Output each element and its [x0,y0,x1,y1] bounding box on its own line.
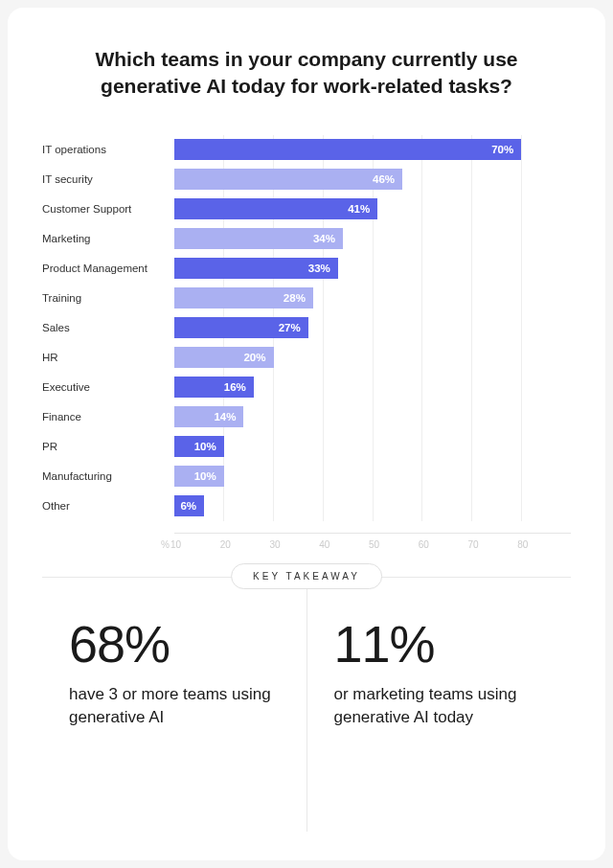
bar: 33% [174,258,338,279]
x-tick: 30 [270,539,320,550]
bar: 70% [174,139,521,160]
y-label: Training [42,284,174,313]
y-axis-labels: IT operationsIT securityCustomer Support… [42,135,174,521]
bars-container: 70%46%41%34%33%28%27%20%16%14%10%10%6% [174,135,571,521]
x-axis: % 1020304050607080 [174,533,571,550]
bar-row: 28% [174,284,571,313]
x-tick: 20 [220,539,270,550]
takeaway-grid: 68% have 3 or more teams using generativ… [42,577,571,832]
y-label: Other [42,491,174,521]
x-tick: 60 [419,539,468,550]
bar: 14% [174,406,243,427]
y-label: Sales [42,313,174,343]
bar: 46% [174,169,402,190]
x-axis-unit: % [161,539,170,550]
bar-row: 10% [174,462,571,491]
y-label: IT security [42,165,174,194]
bar-row: 14% [174,402,571,432]
bar-row: 46% [174,165,571,194]
bar-row: 70% [174,135,571,165]
bar-row: 10% [174,432,571,462]
x-tick: 80 [517,539,567,550]
bar-row: 34% [174,224,571,254]
bar-row: 41% [174,194,571,224]
x-tick: 50 [369,539,419,550]
takeaway-left-number: 68% [69,618,287,670]
y-label: Finance [42,402,174,432]
y-label: Manufacturing [42,462,174,491]
takeaway-right-text: or marketing teams using generative AI t… [334,683,553,730]
bar-row: 6% [174,491,571,521]
takeaway-left-text: have 3 or more teams using generative AI [69,683,287,730]
bars: 70%46%41%34%33%28%27%20%16%14%10%10%6% [174,135,571,521]
y-label: PR [42,432,174,462]
chart-title: Which teams in your company currently us… [42,46,571,101]
y-label: Executive [42,373,174,402]
bar: 41% [174,198,377,219]
y-label: Customer Support [42,194,174,224]
y-label: Marketing [42,224,174,254]
y-label: IT operations [42,135,174,165]
bar-row: 27% [174,313,571,343]
bar: 10% [174,466,224,487]
bar: 34% [174,228,343,249]
bar: 27% [174,317,308,338]
key-takeaway-section: KEY TAKEAWAY 68% have 3 or more teams us… [42,577,571,832]
bar: 16% [174,377,254,398]
bar: 10% [174,436,224,457]
takeaway-right: 11% or marketing teams using generative … [307,578,572,832]
takeaway-right-number: 11% [334,618,553,670]
x-tick: 10 [170,539,220,550]
bar: 20% [174,347,274,368]
y-label: Product Management [42,254,174,284]
y-label: HR [42,343,174,373]
x-tick: 70 [468,539,518,550]
takeaway-left: 68% have 3 or more teams using generativ… [42,578,307,832]
bar: 28% [174,287,313,308]
x-tick: 40 [319,539,369,550]
bar-row: 33% [174,254,571,284]
bar-row: 16% [174,373,571,402]
bar-row: 20% [174,343,571,373]
chart-card: Which teams in your company currently us… [8,8,605,860]
key-takeaway-label: KEY TAKEAWAY [231,563,382,589]
chart-area: IT operationsIT securityCustomer Support… [42,135,571,521]
bar: 6% [174,495,204,516]
